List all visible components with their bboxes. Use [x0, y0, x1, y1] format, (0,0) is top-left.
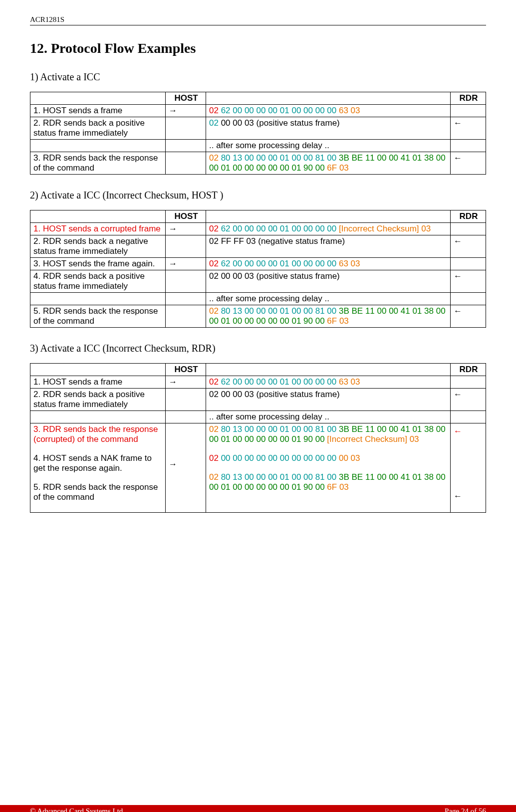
rdr-arrow: [451, 223, 486, 235]
row-description: 2. RDR sends back a negative status fram…: [30, 235, 166, 258]
table-row: 2. RDR sends back a positive status fram…: [30, 117, 486, 140]
row-description: 5. RDR sends back the response of the co…: [30, 305, 166, 328]
subsection-1-title: 1) Activate a ICC: [30, 71, 486, 83]
host-arrow: →: [166, 223, 206, 235]
row-description: 3. RDR sends back the response of the co…: [30, 152, 166, 175]
row-description: 2. RDR sends back a positive status fram…: [30, 117, 166, 140]
row-data: 02 80 13 00 00 00 01 00 00 81 00 3B BE 1…: [206, 305, 451, 328]
host-arrow: [166, 270, 206, 293]
row-description: 1. HOST sends a frame: [30, 105, 166, 117]
table-row: 3. RDR sends back the response (corrupte…: [30, 423, 486, 513]
row-description: 1. HOST sends a corrupted frame: [30, 223, 166, 235]
row-data: 02 00 00 03 (positive status frame): [206, 117, 451, 140]
table-row: 1. HOST sends a frame→02 62 00 00 00 00 …: [30, 105, 486, 117]
row-data: 02 62 00 00 00 00 01 00 00 00 00 63 03: [206, 105, 451, 117]
row-data: 02 FF FF 03 (negative status frame): [206, 235, 451, 258]
host-arrow: [166, 152, 206, 175]
rdr-arrow: ←: [451, 117, 486, 140]
row-description: [30, 293, 166, 305]
host-arrow: →: [166, 105, 206, 117]
row-description: [30, 411, 166, 423]
rdr-arrow: [451, 140, 486, 152]
host-arrow: [166, 117, 206, 140]
row-data: .. after some processing delay ..: [206, 140, 451, 152]
table-row: 3. RDR sends back the response of the co…: [30, 152, 486, 175]
footer-page-number: Page 24 of 56: [445, 807, 486, 812]
row-description: 3. HOST sends the frame again.: [30, 258, 166, 270]
subsection-3-title: 3) Activate a ICC (Incorrect Checksum, R…: [30, 343, 486, 354]
host-arrow: →: [166, 376, 206, 389]
section-title: 12. Protocol Flow Examples: [30, 40, 486, 56]
row-data: 02 00 00 03 (positive status frame): [206, 270, 451, 293]
rdr-arrow: [451, 293, 486, 305]
row-data: 02 62 00 00 00 00 01 00 00 00 00 [Incorr…: [206, 223, 451, 235]
row-description: 3. RDR sends back the response (corrupte…: [30, 423, 166, 513]
row-data: 02 00 00 03 (positive status frame): [206, 389, 451, 411]
rdr-arrow: [451, 411, 486, 423]
table-row: 3. HOST sends the frame again.→02 62 00 …: [30, 258, 486, 270]
host-arrow: →: [166, 258, 206, 270]
row-data: .. after some processing delay ..: [206, 411, 451, 423]
col-host: HOST: [166, 210, 206, 223]
table-row: .. after some processing delay ..: [30, 411, 486, 423]
col-rdr: RDR: [451, 210, 486, 223]
host-arrow: [166, 235, 206, 258]
row-data: 02 62 00 00 00 00 01 00 00 00 00 63 03: [206, 258, 451, 270]
host-arrow: [166, 305, 206, 328]
table-row: .. after some processing delay ..: [30, 293, 486, 305]
rdr-arrow: [451, 376, 486, 389]
row-description: [30, 140, 166, 152]
rdr-arrow: ←: [451, 235, 486, 258]
host-arrow: →: [166, 423, 206, 513]
table-row: 2. RDR sends back a negative status fram…: [30, 235, 486, 258]
col-rdr: RDR: [451, 364, 486, 376]
rdr-arrow: ←: [451, 270, 486, 293]
table-row: .. after some processing delay ..: [30, 140, 486, 152]
host-arrow: [166, 293, 206, 305]
host-arrow: [166, 411, 206, 423]
col-host: HOST: [166, 364, 206, 376]
subsection-2-title: 2) Activate a ICC (Incorrect Checksum, H…: [30, 190, 486, 201]
col-rdr: RDR: [451, 92, 486, 105]
page-footer: © Advanced Card Systems Ltd. Page 24 of …: [0, 805, 516, 812]
col-host: HOST: [166, 92, 206, 105]
row-data: 02 80 13 00 00 00 01 00 00 81 00 3B BE 1…: [206, 423, 451, 513]
table-row: 1. HOST sends a frame→02 62 00 00 00 00 …: [30, 376, 486, 389]
footer-copyright: © Advanced Card Systems Ltd.: [30, 807, 125, 812]
page-header-id: ACR1281S: [30, 15, 64, 23]
rdr-arrow: [451, 258, 486, 270]
row-data: .. after some processing delay ..: [206, 293, 451, 305]
row-data: 02 80 13 00 00 00 01 00 00 81 00 3B BE 1…: [206, 152, 451, 175]
rdr-arrow: ←: [451, 152, 486, 175]
table-row: 1. HOST sends a corrupted frame→02 62 00…: [30, 223, 486, 235]
host-arrow: [166, 140, 206, 152]
rdr-arrow: [451, 105, 486, 117]
table-1: HOST RDR 1. HOST sends a frame→02 62 00 …: [30, 92, 486, 175]
host-arrow: [166, 389, 206, 411]
row-data: 02 62 00 00 00 00 01 00 00 00 00 63 03: [206, 376, 451, 389]
table-3: HOST RDR 1. HOST sends a frame→02 62 00 …: [30, 363, 486, 513]
table-row: 5. RDR sends back the response of the co…: [30, 305, 486, 328]
row-description: 4. RDR sends back a positive status fram…: [30, 270, 166, 293]
rdr-arrow: ←: [451, 389, 486, 411]
rdr-arrow: ←←: [451, 423, 486, 513]
rdr-arrow: ←: [451, 305, 486, 328]
table-row: 2. RDR sends back a positive status fram…: [30, 389, 486, 411]
table-row: 4. RDR sends back a positive status fram…: [30, 270, 486, 293]
table-2: HOST RDR 1. HOST sends a corrupted frame…: [30, 210, 486, 328]
row-description: 1. HOST sends a frame: [30, 376, 166, 389]
row-description: 2. RDR sends back a positive status fram…: [30, 389, 166, 411]
